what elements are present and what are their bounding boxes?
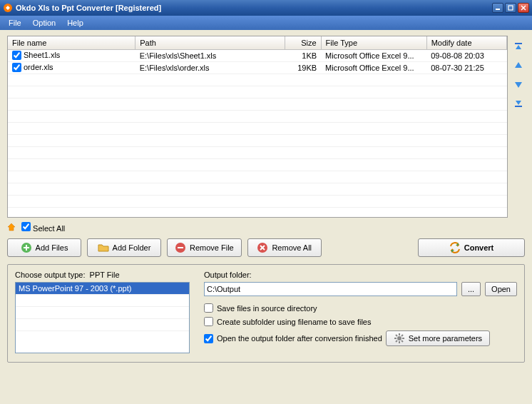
svg-rect-4 [515,106,522,107]
col-filename[interactable]: File name [8,36,135,49]
menu-file[interactable]: File [4,17,26,29]
more-parameters-label: Set more parameters [409,334,482,343]
add-folder-button[interactable]: Add Folder [87,238,161,257]
select-all-checkbox[interactable]: Select All [21,222,65,233]
remove-all-button[interactable]: Remove All [247,238,322,257]
move-up-button[interactable] [513,60,524,71]
up-folder-icon[interactable] [7,223,17,233]
create-subfolder-checkbox[interactable] [204,317,213,326]
menu-bar: File Option Help [0,16,532,30]
table-row[interactable]: Sheet1.xlsE:\Files\xls\Sheet1.xls1KBMicr… [8,49,507,61]
menu-option[interactable]: Option [29,17,60,29]
save-source-checkbox[interactable] [204,303,213,313]
move-top-button[interactable] [513,41,524,53]
col-type[interactable]: File Type [321,36,426,49]
output-folder-label: Output folder: [204,271,517,279]
open-after-label: Open the output folder after conversion … [217,334,382,343]
col-modify[interactable]: Modify date [426,36,506,49]
browse-button[interactable]: ... [461,282,481,296]
title-bar: Okdo Xls to Ppt Converter [Registered] [0,0,532,16]
menu-help[interactable]: Help [63,17,88,29]
svg-rect-2 [508,6,513,10]
convert-button[interactable]: Convert [418,238,525,257]
move-down-button[interactable] [513,79,524,90]
reorder-buttons [512,36,525,218]
move-bottom-button[interactable] [513,97,524,108]
table-row[interactable]: order.xlsE:\Files\xls\order.xls19KBMicro… [8,61,507,74]
more-parameters-button[interactable]: Set more parameters [386,330,490,346]
svg-point-8 [397,336,401,340]
remove-file-button[interactable]: Remove File [167,238,242,257]
maximize-button[interactable] [505,3,516,13]
save-source-label: Save files in source directory [217,304,317,313]
open-folder-button[interactable]: Open [485,282,517,296]
window-title: Okdo Xls to Ppt Converter [Registered] [16,4,492,12]
add-files-button[interactable]: Add Files [7,238,81,257]
add-files-label: Add Files [36,243,68,252]
create-subfolder-label: Create subfolder using filename to save … [217,318,371,326]
output-type-item[interactable]: MS PowerPoint 97 - 2003 (*.ppt) [16,283,189,294]
convert-label: Convert [464,243,494,252]
output-type-label: Choose output type: PPT File [15,271,190,279]
col-path[interactable]: Path [135,36,285,49]
file-grid[interactable]: File name Path Size File Type Modify dat… [7,36,508,218]
app-icon [3,3,13,13]
open-after-checkbox[interactable] [204,334,213,343]
row-checkbox[interactable] [12,63,21,72]
output-panel: Choose output type: PPT File MS PowerPoi… [7,264,525,363]
svg-rect-1 [496,9,500,10]
close-button[interactable] [518,3,529,13]
select-all-label: Select All [33,224,65,233]
remove-file-label: Remove File [190,243,234,252]
col-size[interactable]: Size [285,36,321,49]
svg-rect-3 [515,43,522,44]
minimize-button[interactable] [492,3,503,13]
remove-all-label: Remove All [272,243,312,252]
output-folder-input[interactable] [204,282,457,296]
row-checkbox[interactable] [12,51,21,60]
add-folder-label: Add Folder [113,243,151,252]
output-type-list[interactable]: MS PowerPoint 97 - 2003 (*.ppt) [15,282,190,353]
